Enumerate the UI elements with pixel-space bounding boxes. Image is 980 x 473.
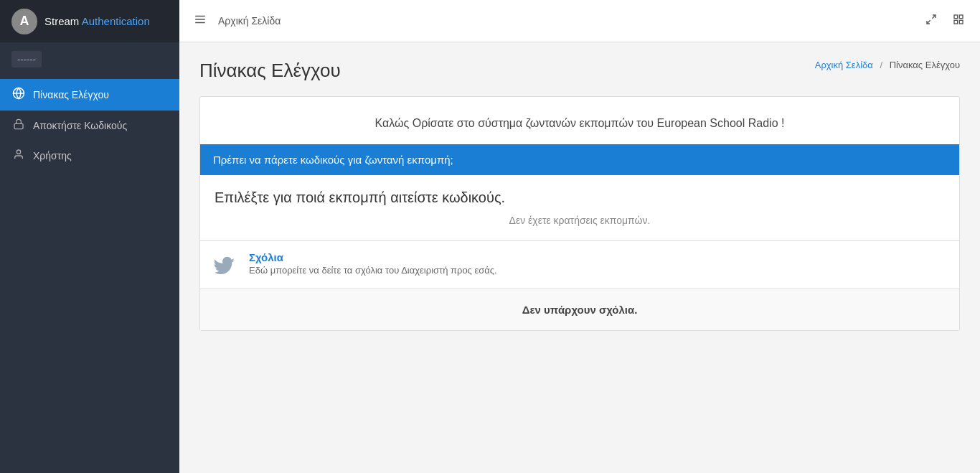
svg-rect-11 — [954, 20, 958, 24]
grid-icon[interactable] — [948, 11, 969, 31]
svg-line-8 — [927, 20, 930, 24]
svg-rect-12 — [959, 20, 963, 24]
comments-header: Σχόλια Εδώ μπορείτε να δείτε τα σχόλια τ… — [200, 240, 959, 289]
sidebar-username: ------ — [11, 51, 42, 67]
sidebar: A Stream Authentication ------ Πίνακας Ε… — [0, 0, 179, 473]
app-logo: A — [11, 9, 37, 34]
sidebar-header: A Stream Authentication — [0, 0, 179, 42]
sidebar-item-dashboard-label: Πίνακας Ελέγχου — [33, 89, 109, 100]
select-heading: Επιλέξτε για ποιά εκπομπή αιτείστε κωδικ… — [215, 189, 945, 206]
svg-rect-10 — [959, 15, 963, 19]
user-icon — [11, 149, 26, 163]
topbar-actions — [921, 11, 969, 31]
hamburger-icon[interactable] — [191, 10, 209, 32]
comments-desc: Εδώ μπορείτε να δείτε τα σχόλια του Διαχ… — [249, 265, 497, 276]
comments-body: Δεν υπάρχουν σχόλια. — [200, 289, 959, 330]
no-bookings-text: Δεν έχετε κρατήσεις εκπομπών. — [215, 212, 945, 233]
sidebar-item-get-codes[interactable]: Αποκτήστε Κωδικούς — [0, 111, 179, 141]
svg-line-7 — [932, 15, 936, 19]
content-area: Πίνακας Ελέγχου Αρχική Σελίδα / Πίνακας … — [179, 42, 980, 473]
sidebar-item-users[interactable]: Χρήστης — [0, 141, 179, 171]
no-comments-text: Δεν υπάρχουν σχόλια. — [522, 304, 638, 316]
svg-rect-9 — [954, 15, 958, 19]
breadcrumb-home-link[interactable]: Αρχική Σελίδα — [815, 60, 873, 70]
select-section: Επιλέξτε για ποιά εκπομπή αιτείστε κωδικ… — [200, 175, 959, 240]
comments-icon — [213, 253, 239, 278]
expand-icon[interactable] — [921, 11, 941, 31]
main-area: Αρχική Σελίδα — [179, 0, 980, 473]
comments-title: Σχόλια — [249, 251, 497, 263]
app-title: Stream Authentication — [44, 15, 150, 28]
info-bar: Πρέπει να πάρετε κωδικούς για ζωντανή εκ… — [200, 144, 959, 175]
sidebar-item-users-label: Χρήστης — [33, 150, 72, 161]
comments-text: Σχόλια Εδώ μπορείτε να δείτε τα σχόλια τ… — [249, 251, 497, 276]
sidebar-item-get-codes-label: Αποκτήστε Κωδικούς — [33, 120, 127, 131]
welcome-text: Καλώς Ορίσατε στο σύστημα ζωντανών εκπομ… — [200, 97, 959, 144]
page-header: Πίνακας Ελέγχου Αρχική Σελίδα / Πίνακας … — [199, 60, 960, 82]
svg-point-3 — [17, 150, 20, 154]
topbar: Αρχική Σελίδα — [179, 0, 980, 42]
sidebar-item-dashboard[interactable]: Πίνακας Ελέγχου — [0, 79, 179, 111]
dashboard-icon — [11, 87, 26, 103]
sidebar-user-section: ------ — [0, 42, 179, 73]
breadcrumb-sep: / — [880, 60, 882, 70]
topbar-label: Αρχική Σελίδα — [218, 15, 281, 27]
page-title: Πίνακας Ελέγχου — [199, 60, 341, 82]
lock-icon — [11, 118, 26, 133]
sidebar-nav: Πίνακας Ελέγχου Αποκτήστε Κωδικούς Χρήστ… — [0, 79, 179, 473]
svg-rect-2 — [14, 123, 23, 128]
breadcrumb-current: Πίνακας Ελέγχου — [890, 60, 960, 70]
main-card: Καλώς Ορίσατε στο σύστημα ζωντανών εκπομ… — [199, 96, 960, 331]
breadcrumb: Αρχική Σελίδα / Πίνακας Ελέγχου — [815, 60, 960, 70]
